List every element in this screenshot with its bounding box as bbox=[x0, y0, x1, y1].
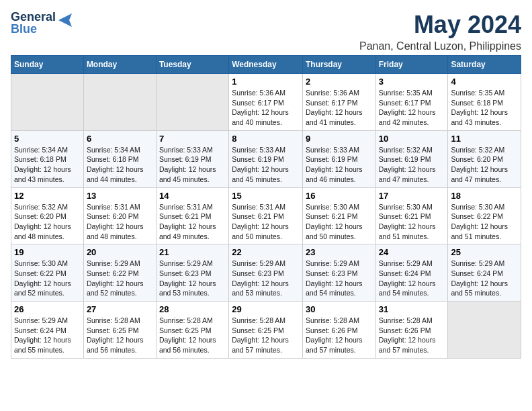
day-number: 14 bbox=[159, 191, 226, 201]
calendar-cell: 1Sunrise: 5:36 AM Sunset: 6:17 PM Daylig… bbox=[229, 74, 303, 131]
day-number: 28 bbox=[159, 304, 226, 314]
day-number: 26 bbox=[14, 304, 81, 314]
day-info: Sunrise: 5:34 AM Sunset: 6:18 PM Dayligh… bbox=[87, 146, 144, 183]
calendar-cell: 28Sunrise: 5:28 AM Sunset: 6:25 PM Dayli… bbox=[156, 302, 228, 359]
day-info: Sunrise: 5:33 AM Sunset: 6:19 PM Dayligh… bbox=[232, 146, 289, 183]
column-header-friday: Friday bbox=[375, 56, 448, 74]
day-number: 10 bbox=[379, 134, 445, 144]
day-number: 6 bbox=[87, 134, 153, 144]
day-number: 8 bbox=[232, 134, 300, 144]
svg-marker-0 bbox=[58, 13, 72, 27]
logo: General Blue bbox=[11, 11, 75, 36]
day-number: 21 bbox=[159, 247, 226, 257]
calendar-cell: 2Sunrise: 5:36 AM Sunset: 6:17 PM Daylig… bbox=[302, 74, 375, 131]
calendar-cell bbox=[11, 74, 84, 131]
day-info: Sunrise: 5:35 AM Sunset: 6:18 PM Dayligh… bbox=[451, 89, 508, 126]
day-number: 20 bbox=[87, 247, 153, 257]
day-number: 5 bbox=[14, 134, 81, 144]
calendar-cell bbox=[156, 74, 228, 131]
day-number: 13 bbox=[87, 191, 153, 201]
calendar-cell: 4Sunrise: 5:35 AM Sunset: 6:18 PM Daylig… bbox=[448, 74, 521, 131]
calendar-cell: 27Sunrise: 5:28 AM Sunset: 6:25 PM Dayli… bbox=[83, 302, 156, 359]
day-info: Sunrise: 5:28 AM Sunset: 6:26 PM Dayligh… bbox=[379, 316, 436, 354]
column-header-tuesday: Tuesday bbox=[156, 56, 228, 74]
calendar-cell: 24Sunrise: 5:29 AM Sunset: 6:24 PM Dayli… bbox=[375, 244, 448, 302]
calendar-cell bbox=[83, 74, 156, 131]
day-number: 11 bbox=[451, 134, 518, 144]
day-number: 7 bbox=[159, 134, 226, 144]
day-number: 22 bbox=[232, 247, 300, 257]
title-block: May 2024 Panan, Central Luzon, Philippin… bbox=[359, 11, 521, 52]
column-header-sunday: Sunday bbox=[11, 56, 84, 74]
calendar-cell: 8Sunrise: 5:33 AM Sunset: 6:19 PM Daylig… bbox=[229, 130, 303, 187]
day-number: 4 bbox=[451, 77, 518, 87]
calendar-cell: 26Sunrise: 5:29 AM Sunset: 6:24 PM Dayli… bbox=[11, 302, 84, 359]
day-info: Sunrise: 5:28 AM Sunset: 6:25 PM Dayligh… bbox=[232, 316, 289, 354]
logo-arrow-icon bbox=[58, 13, 75, 27]
day-number: 23 bbox=[306, 247, 373, 257]
calendar-cell: 3Sunrise: 5:35 AM Sunset: 6:17 PM Daylig… bbox=[375, 74, 448, 131]
day-number: 9 bbox=[306, 134, 373, 144]
calendar-cell: 20Sunrise: 5:29 AM Sunset: 6:22 PM Dayli… bbox=[83, 244, 156, 302]
calendar-cell: 30Sunrise: 5:28 AM Sunset: 6:26 PM Dayli… bbox=[302, 302, 375, 359]
page-title: May 2024 bbox=[359, 11, 521, 39]
day-number: 16 bbox=[306, 191, 373, 201]
day-info: Sunrise: 5:36 AM Sunset: 6:17 PM Dayligh… bbox=[232, 89, 289, 126]
page-subtitle: Panan, Central Luzon, Philippines bbox=[359, 40, 521, 52]
day-number: 24 bbox=[379, 247, 445, 257]
day-number: 19 bbox=[14, 247, 81, 257]
day-number: 1 bbox=[232, 77, 300, 87]
column-header-saturday: Saturday bbox=[448, 56, 521, 74]
calendar-cell: 10Sunrise: 5:32 AM Sunset: 6:19 PM Dayli… bbox=[375, 130, 448, 187]
calendar-cell bbox=[448, 302, 521, 359]
calendar-cell: 29Sunrise: 5:28 AM Sunset: 6:25 PM Dayli… bbox=[229, 302, 303, 359]
day-info: Sunrise: 5:31 AM Sunset: 6:21 PM Dayligh… bbox=[232, 203, 289, 240]
calendar-cell: 13Sunrise: 5:31 AM Sunset: 6:20 PM Dayli… bbox=[83, 187, 156, 244]
day-info: Sunrise: 5:29 AM Sunset: 6:22 PM Dayligh… bbox=[87, 259, 144, 297]
day-info: Sunrise: 5:33 AM Sunset: 6:19 PM Dayligh… bbox=[306, 146, 363, 183]
day-number: 31 bbox=[379, 304, 445, 314]
day-info: Sunrise: 5:29 AM Sunset: 6:24 PM Dayligh… bbox=[451, 259, 508, 297]
day-number: 15 bbox=[232, 191, 300, 201]
day-info: Sunrise: 5:30 AM Sunset: 6:22 PM Dayligh… bbox=[14, 259, 71, 297]
calendar-cell: 25Sunrise: 5:29 AM Sunset: 6:24 PM Dayli… bbox=[448, 244, 521, 302]
day-info: Sunrise: 5:29 AM Sunset: 6:23 PM Dayligh… bbox=[159, 259, 216, 297]
calendar-cell: 16Sunrise: 5:30 AM Sunset: 6:21 PM Dayli… bbox=[302, 187, 375, 244]
calendar-cell: 9Sunrise: 5:33 AM Sunset: 6:19 PM Daylig… bbox=[302, 130, 375, 187]
calendar-cell: 15Sunrise: 5:31 AM Sunset: 6:21 PM Dayli… bbox=[229, 187, 303, 244]
calendar-cell: 22Sunrise: 5:29 AM Sunset: 6:23 PM Dayli… bbox=[229, 244, 303, 302]
calendar-table: SundayMondayTuesdayWednesdayThursdayFrid… bbox=[11, 55, 521, 359]
column-header-thursday: Thursday bbox=[302, 56, 375, 74]
calendar-cell: 6Sunrise: 5:34 AM Sunset: 6:18 PM Daylig… bbox=[83, 130, 156, 187]
calendar-cell: 17Sunrise: 5:30 AM Sunset: 6:21 PM Dayli… bbox=[375, 187, 448, 244]
day-number: 29 bbox=[232, 304, 300, 314]
day-number: 17 bbox=[379, 191, 445, 201]
calendar-cell: 5Sunrise: 5:34 AM Sunset: 6:18 PM Daylig… bbox=[11, 130, 84, 187]
page-header: General Blue May 2024 Panan, Central Luz… bbox=[11, 11, 521, 52]
logo-blue: Blue bbox=[11, 23, 56, 36]
day-number: 2 bbox=[306, 77, 373, 87]
column-header-wednesday: Wednesday bbox=[229, 56, 303, 74]
day-info: Sunrise: 5:28 AM Sunset: 6:25 PM Dayligh… bbox=[159, 316, 216, 354]
day-info: Sunrise: 5:32 AM Sunset: 6:19 PM Dayligh… bbox=[379, 146, 436, 183]
day-number: 25 bbox=[451, 247, 518, 257]
calendar-cell: 14Sunrise: 5:31 AM Sunset: 6:21 PM Dayli… bbox=[156, 187, 228, 244]
day-number: 12 bbox=[14, 191, 81, 201]
day-info: Sunrise: 5:30 AM Sunset: 6:21 PM Dayligh… bbox=[306, 203, 363, 240]
calendar-cell: 11Sunrise: 5:32 AM Sunset: 6:20 PM Dayli… bbox=[448, 130, 521, 187]
day-number: 27 bbox=[87, 304, 153, 314]
day-info: Sunrise: 5:29 AM Sunset: 6:24 PM Dayligh… bbox=[379, 259, 436, 297]
calendar-cell: 12Sunrise: 5:32 AM Sunset: 6:20 PM Dayli… bbox=[11, 187, 84, 244]
day-info: Sunrise: 5:29 AM Sunset: 6:23 PM Dayligh… bbox=[232, 259, 289, 297]
day-info: Sunrise: 5:28 AM Sunset: 6:26 PM Dayligh… bbox=[306, 316, 363, 354]
calendar-cell: 7Sunrise: 5:33 AM Sunset: 6:19 PM Daylig… bbox=[156, 130, 228, 187]
day-info: Sunrise: 5:35 AM Sunset: 6:17 PM Dayligh… bbox=[379, 89, 436, 126]
day-info: Sunrise: 5:36 AM Sunset: 6:17 PM Dayligh… bbox=[306, 89, 363, 126]
day-info: Sunrise: 5:32 AM Sunset: 6:20 PM Dayligh… bbox=[451, 146, 508, 183]
calendar-cell: 31Sunrise: 5:28 AM Sunset: 6:26 PM Dayli… bbox=[375, 302, 448, 359]
column-header-monday: Monday bbox=[83, 56, 156, 74]
day-info: Sunrise: 5:29 AM Sunset: 6:24 PM Dayligh… bbox=[14, 316, 71, 354]
day-info: Sunrise: 5:28 AM Sunset: 6:25 PM Dayligh… bbox=[87, 316, 144, 354]
calendar-cell: 18Sunrise: 5:30 AM Sunset: 6:22 PM Dayli… bbox=[448, 187, 521, 244]
calendar-cell: 19Sunrise: 5:30 AM Sunset: 6:22 PM Dayli… bbox=[11, 244, 84, 302]
